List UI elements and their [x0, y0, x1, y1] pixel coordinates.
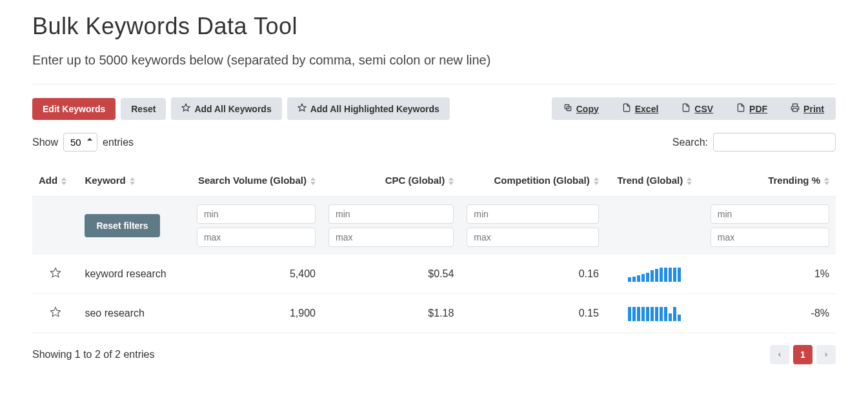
search-volume-min-input[interactable] — [197, 204, 316, 224]
competition-cell: 0.15 — [460, 294, 605, 333]
chevron-left-icon — [776, 349, 783, 360]
svg-marker-6 — [50, 308, 60, 317]
col-keyword[interactable]: Keyword — [78, 164, 190, 197]
svg-marker-5 — [50, 268, 60, 277]
trending-min-input[interactable] — [711, 204, 829, 224]
col-trending-pct[interactable]: Trending % — [704, 164, 836, 197]
col-competition[interactable]: Competition (Global) — [460, 164, 605, 197]
copy-button[interactable]: Copy — [552, 97, 611, 120]
trending-max-input[interactable] — [711, 228, 829, 247]
file-icon — [736, 103, 745, 114]
edit-keywords-button[interactable]: Edit Keywords — [32, 98, 116, 120]
svg-marker-1 — [298, 104, 306, 111]
next-page-button[interactable] — [816, 345, 836, 364]
add-all-keywords-label: Add All Keywords — [194, 104, 271, 114]
competition-max-input[interactable] — [467, 228, 599, 247]
print-icon — [791, 103, 800, 114]
csv-button[interactable]: CSV — [670, 97, 725, 120]
divider — [32, 84, 836, 84]
pdf-button[interactable]: PDF — [725, 97, 779, 120]
show-label-post: entries — [103, 137, 134, 148]
trend-cell — [605, 255, 704, 294]
add-all-highlighted-button[interactable]: Add All Highlighted Keywords — [287, 97, 450, 120]
file-icon — [622, 103, 631, 114]
star-icon[interactable] — [50, 270, 61, 280]
add-all-keywords-button[interactable]: Add All Keywords — [171, 97, 281, 120]
svg-marker-0 — [183, 104, 190, 111]
page-title: Bulk Keywords Data Tool — [32, 13, 836, 40]
search-volume-max-input[interactable] — [197, 228, 316, 247]
col-search-volume[interactable]: Search Volume (Global) — [190, 164, 322, 197]
col-trend[interactable]: Trend (Global) — [605, 164, 704, 197]
print-button[interactable]: Print — [779, 97, 836, 120]
svg-rect-4 — [793, 108, 798, 112]
trend-cell — [605, 294, 704, 333]
search-volume-cell: 1,900 — [190, 294, 322, 333]
trending-pct-cell: 1% — [704, 255, 836, 294]
star-icon — [181, 103, 190, 114]
show-label-pre: Show — [32, 137, 58, 148]
col-cpc[interactable]: CPC (Global) — [322, 164, 460, 197]
print-label: Print — [803, 104, 824, 114]
chevron-right-icon — [823, 349, 829, 360]
filter-row: Reset filters — [32, 197, 836, 255]
col-add[interactable]: Add — [32, 164, 78, 197]
keywords-table: Add Keyword Search Volume (Global) CPC (… — [32, 164, 836, 333]
keyword-cell: seo research — [78, 294, 190, 333]
table-row: seo research1,900$1.180.15-8% — [32, 294, 836, 333]
cpc-cell: $0.54 — [322, 255, 460, 294]
csv-label: CSV — [694, 104, 713, 114]
competition-cell: 0.16 — [460, 255, 605, 294]
star-icon[interactable] — [50, 309, 61, 320]
search-input[interactable] — [713, 133, 836, 152]
search-label: Search: — [672, 137, 708, 148]
pdf-label: PDF — [749, 104, 767, 114]
entries-select[interactable]: 50 — [63, 133, 97, 152]
star-icon — [298, 103, 307, 114]
entries-info: Showing 1 to 2 of 2 entries — [32, 349, 154, 360]
cpc-min-input[interactable] — [328, 204, 454, 224]
page-subtitle: Enter up to 5000 keywords below (separat… — [32, 53, 836, 68]
file-icon — [681, 103, 691, 114]
table-controls: Show 50 entries Search: — [32, 133, 836, 152]
prev-page-button[interactable] — [770, 345, 789, 364]
table-row: keyword research5,400$0.540.161% — [32, 255, 836, 294]
excel-button[interactable]: Excel — [611, 97, 671, 120]
excel-label: Excel — [635, 104, 659, 114]
competition-min-input[interactable] — [467, 204, 599, 224]
pagination: 1 — [770, 345, 836, 364]
trending-pct-cell: -8% — [704, 294, 836, 333]
export-group: Copy Excel CSV PDF Print — [552, 97, 836, 120]
page-1-button[interactable]: 1 — [793, 345, 812, 364]
copy-icon — [563, 103, 572, 114]
keyword-cell: keyword research — [78, 255, 190, 294]
cpc-cell: $1.18 — [322, 294, 460, 333]
copy-label: Copy — [576, 104, 599, 114]
add-all-highlighted-label: Add All Highlighted Keywords — [310, 104, 439, 114]
toolbar: Edit Keywords Reset Add All Keywords Add… — [32, 97, 836, 120]
table-footer: Showing 1 to 2 of 2 entries 1 — [32, 345, 836, 364]
cpc-max-input[interactable] — [328, 228, 454, 247]
reset-filters-button[interactable]: Reset filters — [85, 214, 159, 237]
search-volume-cell: 5,400 — [190, 255, 322, 294]
reset-button[interactable]: Reset — [121, 98, 166, 120]
